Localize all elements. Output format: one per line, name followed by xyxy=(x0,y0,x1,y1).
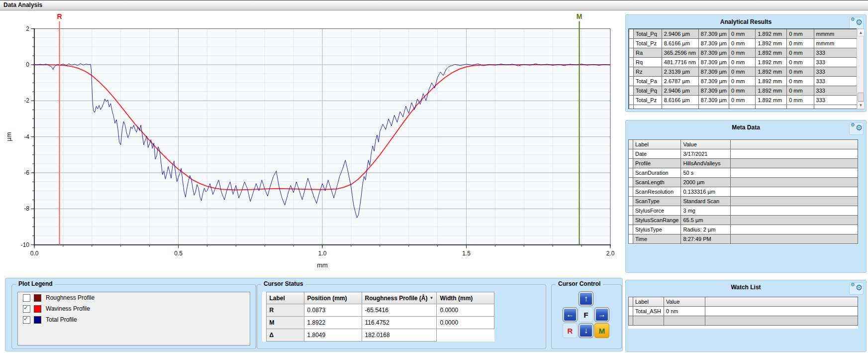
legend-checkbox[interactable] xyxy=(23,294,30,302)
table-row[interactable]: ScanLength2000 µm xyxy=(629,178,858,187)
table-row[interactable]: Total_Pz8.6166 µm87.309 µm0 mm1.892 mm0 … xyxy=(629,39,859,48)
table-row[interactable]: Total_Pq2.9406 µm87.309 µm0 mm1.892 mm0 … xyxy=(629,29,859,39)
legend-color-swatch xyxy=(34,294,41,302)
table-cell xyxy=(629,225,633,235)
table-cell: Date xyxy=(633,149,681,159)
table-row[interactable]: StylusScanRange65.5 µm xyxy=(629,216,858,225)
down-arrow-icon: ↓ xyxy=(584,326,588,335)
table-cell: 1.892 mm xyxy=(756,77,787,86)
table-row[interactable]: StylusTypeRadius: 2 µm xyxy=(629,225,858,235)
scrollbar-thumb[interactable] xyxy=(858,93,864,102)
legend-checkbox[interactable]: ✓ xyxy=(23,305,30,313)
gear-icon: ⚙ xyxy=(856,18,863,26)
table-row[interactable]: Total_Pq2.9406 µm87.309 µm0 mm1.892 mm0 … xyxy=(629,86,859,96)
table-row[interactable]: ProfileHillsAndValleys xyxy=(629,159,858,168)
table-cell: 87.309 µm xyxy=(698,67,729,77)
analytical-results-settings-button[interactable]: ⚙ ⚙ xyxy=(849,17,864,29)
table-row[interactable]: StylusForce3 mg xyxy=(629,206,858,216)
scroll-up-button[interactable]: ▲ xyxy=(857,29,865,36)
gear-icon: ⚙ xyxy=(856,124,863,132)
table-row[interactable]: Rz2.3139 µm87.309 µm0 mm1.892 mm0 mm333 xyxy=(629,67,859,77)
legend-item: ✓Waviness Profile xyxy=(18,303,250,314)
table-cell: 2000 µm xyxy=(681,178,731,187)
cursor-fine-button[interactable]: F xyxy=(579,307,593,322)
table-cell xyxy=(629,187,633,197)
table-header-row: LabelValue xyxy=(629,297,858,307)
legend-label: Total Profile xyxy=(46,316,77,323)
table-header-cell[interactable]: Roughness Profile (Å)▼ xyxy=(362,292,437,304)
table-cell xyxy=(787,105,814,110)
gear-icon: ⚙ xyxy=(851,17,855,22)
y-axis-label: µm xyxy=(5,132,12,141)
table-cell xyxy=(629,197,633,206)
table-cell xyxy=(698,105,729,110)
legend-label: Roughness Profile xyxy=(46,294,95,301)
table-cell: -65.5416 xyxy=(362,304,437,317)
table-header-cell: Value xyxy=(664,297,705,307)
table-cell xyxy=(629,96,634,105)
table-cell: 1.892 mm xyxy=(756,67,787,77)
cursor-control-title: Cursor Control xyxy=(556,280,603,287)
table-row[interactable]: ScanDuration50 s xyxy=(629,168,858,178)
table-cell xyxy=(629,206,633,216)
table-cell: Time xyxy=(633,235,681,244)
table-cell: 1.892 mm xyxy=(756,39,787,48)
cursor-down-button[interactable]: ↓ xyxy=(579,323,593,338)
x-tick-label: 1.5 xyxy=(462,250,471,257)
table-cell: Total_Pq xyxy=(634,29,662,39)
watch-list-settings-button[interactable]: ⚙ ⚙ xyxy=(849,282,864,295)
table-cell: Ra xyxy=(634,48,662,58)
table-cell: 0 mm xyxy=(729,77,755,86)
table-row[interactable]: ScanResolution0.133316 µm xyxy=(629,187,858,197)
cursor-m-select-button[interactable]: M xyxy=(594,323,609,338)
table-row[interactable]: Time8:27:49 PM xyxy=(629,235,858,244)
table-cell: 0 mm xyxy=(729,67,755,77)
meta-data-table: LabelValueDate3/17/2021ProfileHillsAndVa… xyxy=(628,139,858,244)
cursor-status-group: Cursor Status LabelPosition (mm)Roughnes… xyxy=(257,284,546,349)
analytical-results-scrollbar[interactable]: ▲ ▼ xyxy=(857,28,864,110)
check-icon: ✓ xyxy=(23,304,28,311)
table-row[interactable]: Total_Pa2.6787 µm87.309 µm0 mm1.892 mm0 … xyxy=(629,77,859,86)
table-cell xyxy=(629,168,633,178)
cursor-status-row: R0.0873-65.54160.0000 xyxy=(262,304,494,317)
table-header-cell xyxy=(629,140,633,149)
meta-data-settings-button[interactable]: ⚙ ⚙ xyxy=(849,122,864,135)
plot-legend-group: Plot Legend Roughness Profile✓Waviness P… xyxy=(11,284,256,349)
table-row[interactable]: Total_ASH0 nm xyxy=(629,307,858,316)
table-cell: mmmm xyxy=(814,39,858,48)
cursor-right-button[interactable]: → xyxy=(594,307,609,322)
table-cell xyxy=(731,159,858,168)
table-cell: 87.309 µm xyxy=(698,58,729,67)
table-cell xyxy=(731,235,858,244)
window-title: Data Analysis xyxy=(3,1,42,8)
table-cell: 87.309 µm xyxy=(698,39,729,48)
table-row[interactable]: Total_Pz8.6166 µm87.309 µm0 mm1.892 mm0 … xyxy=(629,96,859,105)
table-cell: 333 xyxy=(814,67,858,77)
table-cell: 8.6166 µm xyxy=(662,39,698,48)
legend-label: Waviness Profile xyxy=(46,305,90,312)
table-cell: Total_Pz xyxy=(634,39,662,48)
table-cell xyxy=(629,178,633,187)
table-cell: Rq xyxy=(634,58,662,67)
table-row[interactable]: Ra365.2596 nm87.309 µm0 mm1.892 mm0 mm33… xyxy=(629,48,859,58)
table-cell xyxy=(731,225,858,235)
table-cell: 0 mm xyxy=(787,96,814,105)
window-title-bar: Data Analysis xyxy=(0,0,868,10)
dropdown-arrow-icon[interactable]: ▼ xyxy=(430,296,434,300)
table-cell xyxy=(731,197,858,206)
analytical-results-panel: Analytical Results ⚙ ⚙ Total_Pq2.9406 µm… xyxy=(625,14,867,112)
table-row[interactable]: ScanTypeStandard Scan xyxy=(629,197,858,206)
table-cell xyxy=(662,105,698,110)
cursor-up-button[interactable]: ↑ xyxy=(579,291,593,306)
meta-data-title: Meta Data xyxy=(626,124,866,131)
meta-data-panel: Meta Data ⚙ ⚙ LabelValueDate3/17/2021Pro… xyxy=(625,120,867,273)
table-row[interactable]: Date3/17/2021 xyxy=(629,149,858,159)
table-cell: 0 mm xyxy=(787,77,814,86)
scroll-down-button[interactable]: ▼ xyxy=(857,102,865,109)
cursor-left-button[interactable]: ← xyxy=(563,307,578,322)
table-row[interactable]: Rq481.7716 nm87.309 µm0 mm1.892 mm0 mm33… xyxy=(629,58,859,67)
table-header-row: LabelValue xyxy=(629,140,858,149)
cursor-status-header-row: LabelPosition (mm)Roughness Profile (Å)▼… xyxy=(262,292,494,304)
legend-checkbox[interactable]: ✓ xyxy=(23,316,30,324)
cursor-r-select-button[interactable]: R xyxy=(563,323,578,338)
